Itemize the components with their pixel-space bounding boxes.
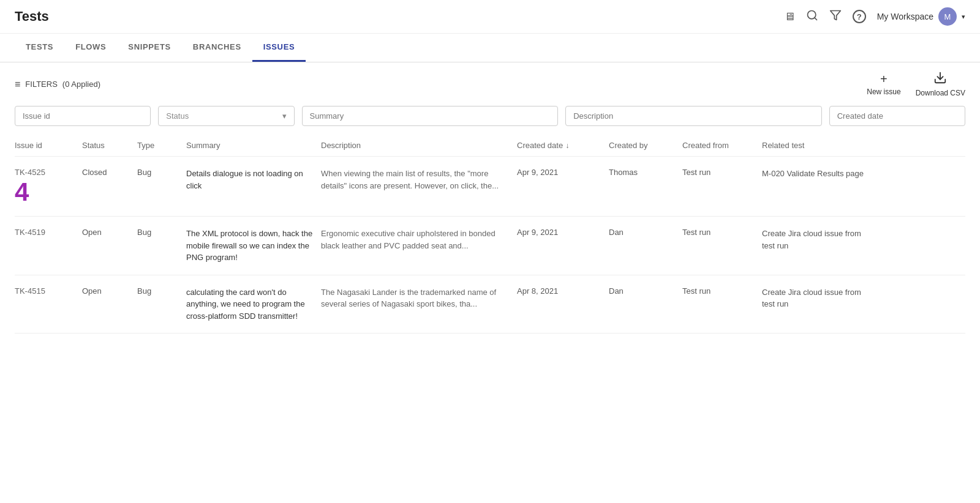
help-icon[interactable]: ?: [853, 10, 866, 23]
plus-icon: +: [880, 72, 888, 86]
header: Tests 🖥 ? My Workspace M ▾: [0, 0, 980, 34]
filter-label: FILTERS: [25, 80, 58, 89]
cell-status-1: Open: [82, 228, 137, 237]
svg-line-1: [815, 17, 817, 20]
cell-from-2: Test run: [682, 286, 762, 296]
col-description: Description: [321, 141, 517, 150]
avatar: M: [938, 7, 957, 26]
monitor-icon[interactable]: 🖥: [784, 10, 795, 23]
cell-by-1: Dan: [609, 228, 682, 237]
cell-status-2: Open: [82, 286, 137, 296]
table-row[interactable]: TK-4519 Open Bug The XML protocol is dow…: [15, 217, 965, 275]
toolbar-actions: + New issue Download CSV: [867, 71, 965, 97]
issue-id-text-2: TK-4515: [15, 286, 45, 296]
status-chevron-icon: ▾: [282, 111, 287, 121]
issue-id-text-1: TK-4519: [15, 228, 45, 237]
col-summary: Summary: [186, 141, 321, 150]
cell-status-0: Closed: [82, 168, 137, 177]
col-related-test: Related test: [762, 141, 872, 150]
table-header: Issue id Status Type Summary Description…: [15, 135, 965, 157]
cell-type-1: Bug: [137, 228, 186, 237]
cell-id-0: TK-4525 4: [15, 168, 82, 205]
table-row[interactable]: TK-4525 4 Closed Bug Details dialogue is…: [15, 157, 965, 217]
cell-description-1: Ergonomic executive chair upholstered in…: [321, 228, 517, 252]
cell-from-1: Test run: [682, 228, 762, 237]
new-issue-button[interactable]: + New issue: [867, 72, 900, 96]
cell-type-2: Bug: [137, 286, 186, 296]
tab-issues[interactable]: ISSUES: [252, 34, 306, 62]
issues-table: Issue id Status Type Summary Description…: [0, 135, 980, 333]
cell-from-0: Test run: [682, 168, 762, 177]
workspace-chevron-icon: ▾: [962, 13, 965, 21]
toolbar: ≡ FILTERS (0 Applied) + New issue Downlo…: [0, 62, 980, 106]
search-row: Status ▾: [0, 106, 980, 135]
status-select[interactable]: Status ▾: [158, 106, 294, 126]
tab-tests[interactable]: TESTS: [15, 34, 64, 62]
nav-tabs: TESTS FLOWS SNIPPETS BRANCHES ISSUES: [0, 34, 980, 62]
table-row[interactable]: TK-4515 Open Bug calculating the card wo…: [15, 275, 965, 334]
cell-related-0: M-020 Validate Results page: [762, 168, 872, 180]
workspace-menu[interactable]: My Workspace M ▾: [877, 7, 965, 26]
status-placeholder: Status: [166, 111, 189, 121]
filter-count: (0 Applied): [62, 80, 100, 89]
cell-date-1: Apr 9, 2021: [517, 228, 609, 237]
page-title: Tests: [15, 9, 49, 24]
cell-description-2: The Nagasaki Lander is the trademarked n…: [321, 286, 517, 310]
filter-icon[interactable]: [829, 9, 842, 24]
col-created-date[interactable]: Created date ↓: [517, 141, 609, 150]
created-date-input[interactable]: [829, 106, 965, 126]
col-status: Status: [82, 141, 137, 150]
cell-type-0: Bug: [137, 168, 186, 177]
header-actions: 🖥 ? My Workspace M ▾: [784, 7, 965, 26]
cell-related-1: Create Jira cloud issue from test run: [762, 228, 872, 252]
description-input[interactable]: [565, 106, 822, 126]
cell-summary-1: The XML protocol is down, hack the mobil…: [186, 228, 321, 264]
svg-marker-2: [830, 10, 840, 20]
cell-id-1: TK-4519: [15, 228, 82, 237]
cell-by-2: Dan: [609, 286, 682, 296]
cell-summary-2: calculating the card won't do anything, …: [186, 286, 321, 322]
col-created-from: Created from: [682, 141, 762, 150]
cell-related-2: Create Jira cloud issue from test run: [762, 286, 872, 310]
summary-input[interactable]: [302, 106, 559, 126]
col-created-by: Created by: [609, 141, 682, 150]
cell-description-0: When viewing the main list of results, t…: [321, 168, 517, 192]
cell-summary-0: Details dialogue is not loading on click: [186, 168, 321, 192]
tab-snippets[interactable]: SNIPPETS: [117, 34, 182, 62]
tab-flows[interactable]: FLOWS: [64, 34, 117, 62]
search-icon[interactable]: [806, 9, 818, 24]
issue-id-text-0: TK-4525: [15, 168, 76, 177]
issue-id-large-0: 4: [15, 179, 76, 205]
download-csv-label: Download CSV: [916, 89, 965, 97]
issue-id-input[interactable]: [15, 106, 151, 126]
cell-id-2: TK-4515: [15, 286, 82, 296]
download-csv-button[interactable]: Download CSV: [916, 71, 965, 97]
cell-by-0: Thomas: [609, 168, 682, 177]
download-icon: [933, 71, 947, 88]
cell-date-0: Apr 9, 2021: [517, 168, 609, 177]
filters-button[interactable]: ≡ FILTERS (0 Applied): [15, 79, 100, 90]
workspace-label: My Workspace: [877, 12, 933, 21]
filter-lines-icon: ≡: [15, 79, 20, 90]
cell-date-2: Apr 8, 2021: [517, 286, 609, 296]
new-issue-label: New issue: [867, 88, 900, 96]
col-issue-id: Issue id: [15, 141, 82, 150]
tab-branches[interactable]: BRANCHES: [182, 34, 252, 62]
col-type: Type: [137, 141, 186, 150]
sort-arrow-icon: ↓: [565, 141, 569, 150]
